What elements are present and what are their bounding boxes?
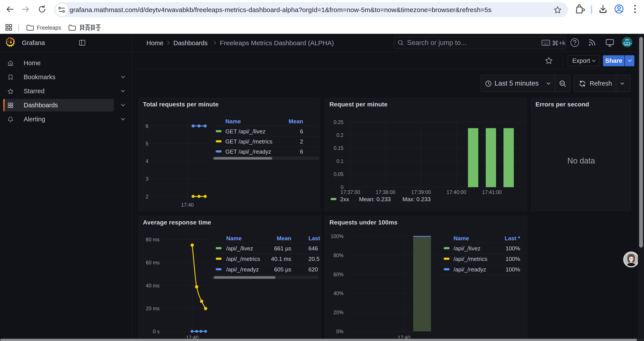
svg-text:17:40:00: 17:40:00 (446, 189, 466, 195)
svg-text:Name: Name (226, 235, 242, 242)
svg-text:661 µs: 661 µs (274, 245, 291, 252)
svg-text:0%: 0% (336, 329, 344, 334)
svg-text:/api/_/metrics: /api/_/metrics (454, 256, 488, 262)
svg-text:100%: 100% (506, 256, 520, 262)
svg-text:60 ms: 60 ms (146, 260, 160, 265)
svg-text:0.05: 0.05 (334, 171, 344, 177)
svg-text:0 s: 0 s (153, 329, 160, 334)
svg-text:GET /api/_/livez: GET /api/_/livez (225, 128, 266, 135)
svg-text:60%: 60% (334, 272, 344, 277)
svg-text:5: 5 (146, 141, 148, 147)
svg-text:/api/_/livez: /api/_/livez (454, 245, 480, 252)
svg-text:Name: Name (454, 235, 469, 242)
svg-text:0.1: 0.1 (336, 158, 344, 164)
svg-text:2: 2 (300, 138, 303, 145)
svg-text:17:39:00: 17:39:00 (411, 189, 431, 195)
svg-text:2: 2 (146, 194, 148, 199)
svg-text:GET /api/_/readyz: GET /api/_/readyz (225, 148, 271, 155)
svg-text:100%: 100% (330, 233, 344, 239)
svg-text:17:41:00: 17:41:00 (482, 189, 502, 195)
svg-text:Mean: Mean (289, 118, 303, 125)
svg-text:80 ms: 80 ms (146, 237, 160, 242)
svg-text:3: 3 (146, 176, 148, 182)
svg-text:/api/_/readyz: /api/_/readyz (226, 266, 259, 273)
svg-text:17:38:00: 17:38:00 (376, 189, 396, 195)
svg-text:40%: 40% (334, 290, 344, 296)
svg-text:100%: 100% (506, 245, 520, 252)
svg-text:2xx: 2xx (340, 196, 349, 203)
svg-text:6: 6 (300, 128, 303, 135)
svg-text:605 µs: 605 µs (274, 266, 291, 273)
svg-text:GET /api/_/metrics: GET /api/_/metrics (225, 138, 272, 145)
svg-text:Mean: Mean (277, 235, 291, 242)
svg-text:Mean: 0.233: Mean: 0.233 (359, 196, 391, 203)
svg-text:0.25: 0.25 (334, 119, 344, 125)
svg-text:Last *: Last * (308, 235, 321, 242)
svg-text:20 ms: 20 ms (146, 306, 160, 311)
svg-text:Name: Name (225, 118, 241, 125)
svg-text:0.2: 0.2 (336, 132, 344, 138)
svg-text:100%: 100% (506, 266, 520, 273)
svg-text:/api/_/metrics: /api/_/metrics (226, 256, 260, 262)
svg-text:6: 6 (300, 148, 303, 155)
svg-text:646: 646 (308, 245, 318, 252)
svg-text:4: 4 (146, 158, 148, 164)
svg-text:20.5 r: 20.5 r (308, 256, 321, 262)
svg-text:17:37:00: 17:37:00 (340, 189, 360, 195)
svg-text:40 ms: 40 ms (146, 283, 160, 288)
svg-text:80%: 80% (334, 253, 344, 258)
svg-text:17:40: 17:40 (181, 202, 194, 208)
svg-text:/api/_/livez: /api/_/livez (226, 245, 253, 252)
svg-text:20%: 20% (334, 310, 344, 315)
svg-text:/api/_/readyz: /api/_/readyz (454, 266, 486, 273)
svg-text:0.15: 0.15 (334, 145, 344, 151)
svg-text:40.1 ms: 40.1 ms (271, 256, 292, 262)
svg-text:620: 620 (308, 266, 318, 273)
svg-text:Last *: Last * (504, 235, 520, 242)
svg-text:6: 6 (146, 123, 148, 129)
svg-text:Max: 0.233: Max: 0.233 (402, 196, 431, 203)
